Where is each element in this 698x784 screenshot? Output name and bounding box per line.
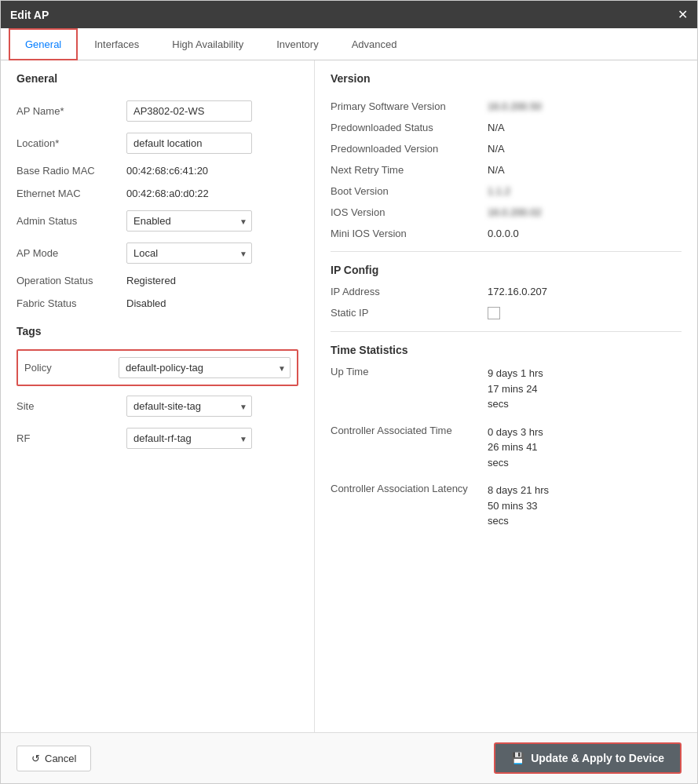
cancel-button[interactable]: ↺ Cancel <box>16 746 91 771</box>
ap-mode-row: AP Mode Local FlexConnect Monitor ▼ <box>16 242 298 264</box>
primary-sw-version-row: Primary Software Version 16.0.200.50 <box>331 100 682 112</box>
site-tag-label: Site <box>16 400 126 412</box>
tab-inventory[interactable]: Inventory <box>260 28 334 60</box>
ethernet-mac-value: 00:42:68:a0:d0:22 <box>126 188 209 199</box>
location-label: Location* <box>16 137 126 149</box>
primary-sw-version-label: Primary Software Version <box>331 100 488 112</box>
rf-tag-select[interactable]: default-rf-tag <box>126 428 252 449</box>
close-button[interactable]: ✕ <box>678 7 688 22</box>
controller-association-latency-value: 8 days 21 hrs50 mins 33secs <box>488 483 549 529</box>
predownloaded-version-value: N/A <box>488 143 505 155</box>
policy-tag-row: Policy default-policy-tag ▼ <box>16 349 298 386</box>
site-tag-select[interactable]: default-site-tag <box>126 396 252 417</box>
admin-status-select-wrapper: Enabled Disabled ▼ <box>126 210 252 232</box>
controller-association-latency-row: Controller Association Latency 8 days 21… <box>331 483 682 529</box>
rf-select-wrapper: default-rf-tag ▼ <box>126 428 252 449</box>
version-section-title: Version <box>331 72 682 89</box>
ip-address-row: IP Address 172.16.0.207 <box>331 286 682 297</box>
right-panel: Version Primary Software Version 16.0.20… <box>315 60 697 732</box>
tab-advanced[interactable]: Advanced <box>335 28 414 60</box>
ap-name-label: AP Name* <box>16 105 126 117</box>
modal-title: Edit AP <box>10 9 49 21</box>
modal-body: General AP Name* Location* Base Radio MA… <box>1 60 697 732</box>
tab-general[interactable]: General <box>9 28 78 60</box>
cancel-icon: ↺ <box>31 753 40 764</box>
apply-label: Update & Apply to Device <box>531 752 664 764</box>
primary-sw-version-value: 16.0.200.50 <box>488 100 542 112</box>
ethernet-mac-row: Ethernet MAC 00:42:68:a0:d0:22 <box>16 188 298 199</box>
up-time-value: 9 days 1 hrs17 mins 24secs <box>488 366 543 412</box>
base-radio-mac-value: 00:42:68:c6:41:20 <box>126 165 208 177</box>
admin-status-select[interactable]: Enabled Disabled <box>126 210 252 232</box>
base-radio-mac-label: Base Radio MAC <box>16 165 126 177</box>
admin-status-label: Admin Status <box>16 215 126 227</box>
operation-status-label: Operation Status <box>16 275 126 286</box>
next-retry-time-label: Next Retry Time <box>331 164 488 176</box>
fabric-status-value: Disabled <box>126 297 166 309</box>
modal-title-bar: Edit AP ✕ <box>1 1 697 28</box>
boot-version-value: 1.1.2 <box>488 185 510 197</box>
policy-select-wrapper: default-policy-tag ▼ <box>119 357 291 378</box>
ap-name-input[interactable] <box>126 100 252 122</box>
predownloaded-status-label: Predownloaded Status <box>331 122 488 133</box>
up-time-label: Up Time <box>331 366 488 377</box>
mini-ios-version-label: Mini IOS Version <box>331 228 488 239</box>
edit-ap-modal: Edit AP ✕ General Interfaces High Availa… <box>0 0 698 784</box>
boot-version-label: Boot Version <box>331 185 488 197</box>
ethernet-mac-label: Ethernet MAC <box>16 188 126 199</box>
tags-section: Tags Policy default-policy-tag ▼ Site <box>16 325 298 449</box>
left-panel: General AP Name* Location* Base Radio MA… <box>1 60 315 732</box>
site-select-wrapper: default-site-tag ▼ <box>126 396 252 417</box>
tab-interfaces[interactable]: Interfaces <box>78 28 155 60</box>
rf-tag-row: RF default-rf-tag ▼ <box>16 428 298 449</box>
static-ip-row: Static IP <box>331 307 682 319</box>
ios-version-label: IOS Version <box>331 206 488 218</box>
operation-status-value: Registered <box>126 275 176 286</box>
location-input[interactable] <box>126 133 252 154</box>
time-statistics-section-title: Time Statistics <box>331 344 682 356</box>
up-time-row: Up Time 9 days 1 hrs17 mins 24secs <box>331 366 682 412</box>
tags-section-title: Tags <box>16 325 298 337</box>
ap-mode-select-wrapper: Local FlexConnect Monitor ▼ <box>126 242 252 264</box>
controller-associated-time-label: Controller Associated Time <box>331 425 488 436</box>
mini-ios-version-row: Mini IOS Version 0.0.0.0 <box>331 228 682 239</box>
predownloaded-version-row: Predownloaded Version N/A <box>331 143 682 155</box>
tab-bar: General Interfaces High Availability Inv… <box>1 28 697 60</box>
general-section-title: General <box>16 72 298 89</box>
controller-associated-time-value: 0 days 3 hrs26 mins 41secs <box>488 425 543 471</box>
ap-mode-select[interactable]: Local FlexConnect Monitor <box>126 242 252 264</box>
fabric-status-label: Fabric Status <box>16 297 126 309</box>
operation-status-row: Operation Status Registered <box>16 275 298 286</box>
rf-tag-label: RF <box>16 432 126 444</box>
ap-name-row: AP Name* <box>16 100 298 122</box>
ios-version-row: IOS Version 16.0.200.02 <box>331 206 682 218</box>
controller-association-latency-label: Controller Association Latency <box>331 483 488 494</box>
ios-version-value: 16.0.200.02 <box>488 206 542 218</box>
admin-status-row: Admin Status Enabled Disabled ▼ <box>16 210 298 232</box>
static-ip-label: Static IP <box>331 307 488 319</box>
cancel-label: Cancel <box>45 753 76 764</box>
apply-icon: 💾 <box>511 752 524 764</box>
predownloaded-status-value: N/A <box>488 122 505 133</box>
policy-tag-label: Policy <box>24 362 119 374</box>
predownloaded-status-row: Predownloaded Status N/A <box>331 122 682 133</box>
next-retry-time-row: Next Retry Time N/A <box>331 164 682 176</box>
tab-high-availability[interactable]: High Availability <box>155 28 260 60</box>
ip-divider <box>331 331 682 332</box>
site-tag-row: Site default-site-tag ▼ <box>16 396 298 417</box>
ap-mode-label: AP Mode <box>16 247 126 259</box>
modal-footer: ↺ Cancel 💾 Update & Apply to Device <box>1 732 697 783</box>
predownloaded-version-label: Predownloaded Version <box>331 143 488 155</box>
ip-config-section-title: IP Config <box>331 264 682 276</box>
mini-ios-version-value: 0.0.0.0 <box>488 228 519 239</box>
static-ip-checkbox[interactable] <box>488 307 500 319</box>
location-row: Location* <box>16 133 298 154</box>
controller-associated-time-row: Controller Associated Time 0 days 3 hrs2… <box>331 425 682 471</box>
apply-button[interactable]: 💾 Update & Apply to Device <box>494 742 682 774</box>
boot-version-row: Boot Version 1.1.2 <box>331 185 682 197</box>
policy-tag-select[interactable]: default-policy-tag <box>119 357 291 378</box>
fabric-status-row: Fabric Status Disabled <box>16 297 298 309</box>
base-radio-mac-row: Base Radio MAC 00:42:68:c6:41:20 <box>16 165 298 177</box>
ip-address-label: IP Address <box>331 286 488 297</box>
next-retry-time-value: N/A <box>488 164 505 176</box>
